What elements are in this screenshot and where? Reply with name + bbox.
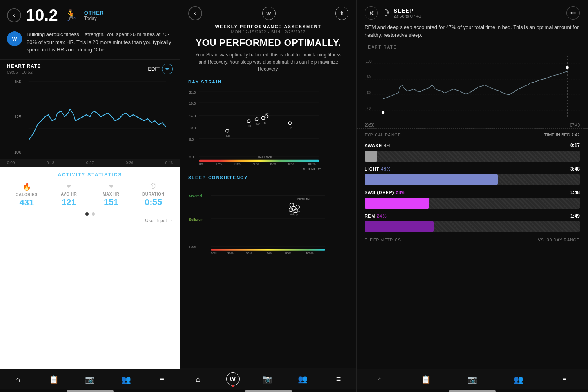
stats-title: ACTIVITY STATISTICS [7, 172, 173, 178]
nav-whoop-2[interactable]: W [226, 372, 240, 386]
svg-text:50%: 50% [246, 252, 252, 255]
light-bar-hatched [498, 174, 580, 185]
nav-home-1[interactable]: ⌂ [10, 373, 26, 386]
activity-score: 10.2 [26, 7, 58, 24]
svg-text:Poor: Poor [189, 245, 196, 249]
sleep-consistency-chart: Maximal Sufficient Poor 10% 30% 50% [180, 181, 356, 268]
weekly-title-section: WEEKLY PERFORMANCE ASSESSMENT MON 12/19/… [180, 24, 356, 76]
awake-bar-hatched [377, 151, 580, 162]
nav-menu-1[interactable]: ≡ [154, 373, 170, 386]
svg-text:70%: 70% [267, 252, 273, 255]
nav-people-1[interactable]: 👥 [118, 373, 134, 386]
light-pct: 49% [381, 167, 391, 171]
time-4: 0:46 [165, 161, 173, 165]
svg-text:Tu: Tu [296, 209, 300, 213]
nav-camera-3[interactable]: 📷 [464, 373, 480, 386]
sleep-chart-times: 23:58 07:40 [365, 122, 580, 128]
nav-home-3[interactable]: ⌂ [372, 373, 388, 386]
awake-stage: AWAKE 4% 0:17 [357, 140, 588, 163]
chart-end-time: 07:40 [570, 123, 580, 127]
time-1: 0:18 [47, 161, 54, 165]
nav-people-2[interactable]: 👥 [295, 373, 311, 385]
svg-point-60 [296, 205, 299, 209]
nav-clipboard-1[interactable]: 📋 [46, 373, 62, 386]
rem-bar-fill [365, 221, 434, 232]
svg-text:Tu: Tu [248, 124, 251, 128]
panel3-header: ✕ ☽ SLEEP 23:58 to 07:40 ••• [357, 0, 588, 24]
duration-value: 0:55 [134, 197, 173, 207]
bottom-nav-2: ⌂ W 📷 👥 ≡ [180, 368, 356, 389]
stats-grid: 🔥 CALORIES 431 ♥ AVG HR 121 ♥ MAX HR 151… [7, 182, 173, 208]
svg-text:Sufficient: Sufficient [189, 218, 203, 221]
avatar: W [7, 31, 22, 46]
awake-bar-fill [365, 151, 377, 162]
sleep-consistency-label: SLEEP CONSISTENCY [180, 172, 356, 181]
nav-people-3[interactable]: 👥 [510, 373, 526, 386]
svg-text:OPTIMAL: OPTIMAL [297, 198, 311, 201]
svg-text:30%: 30% [227, 252, 234, 255]
weekly-headline: YOU PERFORMED OPTIMALLY. [188, 37, 348, 48]
sleep-title: SLEEP [394, 7, 563, 14]
max-hr-icon: ♥ [92, 182, 131, 191]
activity-info: OTHER Today [84, 10, 104, 21]
svg-text:0%: 0% [199, 162, 204, 166]
svg-text:10%: 10% [211, 252, 217, 255]
calories-stat: 🔥 CALORIES 431 [7, 182, 46, 208]
svg-rect-44 [211, 249, 325, 251]
user-input[interactable]: User Input → [7, 218, 173, 223]
nav-home-2[interactable]: ⌂ [191, 373, 206, 385]
hr-title: HEART RATE [7, 64, 41, 69]
calories-label: CALORIES [7, 192, 46, 197]
home-indicator-2 [245, 390, 292, 392]
sws-pct: 23% [396, 190, 405, 195]
share-button[interactable]: ⬆ [335, 7, 348, 20]
svg-text:85%: 85% [285, 252, 291, 255]
time-3: 0:36 [126, 161, 133, 165]
sleep-hr-label: HEART RATE [365, 45, 580, 49]
back-button-2[interactable]: ‹ [188, 6, 202, 20]
bottom-nav-3: ⌂ 📋 📷 👥 ≡ [357, 369, 588, 389]
sleep-scroll-area[interactable]: REM and deep sleep accounted for 47% of … [357, 24, 588, 369]
hr-y-labels: 150 125 100 [14, 78, 21, 156]
svg-text:21.0: 21.0 [189, 91, 196, 94]
more-button[interactable]: ••• [566, 6, 580, 20]
nav-camera-1[interactable]: 📷 [82, 373, 98, 386]
rem-name: REM 24% [365, 214, 387, 218]
svg-text:14.0: 14.0 [189, 114, 196, 118]
svg-point-72 [382, 111, 384, 114]
day-strain-chart: 21.0 18.0 14.0 10.0 6.0 0.0 [180, 86, 356, 172]
edit-button[interactable]: EDIT ✏ [148, 64, 173, 74]
nav-menu-3[interactable]: ≡ [557, 373, 572, 386]
activity-date: Today [84, 16, 104, 21]
svg-point-28 [247, 120, 250, 123]
max-hr-stat: ♥ MAX HR 151 [92, 182, 131, 208]
close-button[interactable]: ✕ [365, 6, 378, 20]
svg-text:Fr: Fr [294, 213, 298, 217]
light-stage: LIGHT 49% 3:48 [357, 163, 588, 187]
back-button[interactable]: ‹ [7, 8, 21, 22]
light-bar-fill [365, 174, 498, 185]
nav-camera-2[interactable]: 📷 [260, 373, 275, 385]
nav-menu-2[interactable]: ≡ [331, 373, 347, 385]
panel2-bottom: ⌂ W 📷 👥 ≡ [180, 368, 356, 392]
awake-name: AWAKE 4% [365, 143, 391, 148]
carousel-dots [7, 212, 173, 216]
light-name: LIGHT 49% [365, 167, 391, 171]
rem-bar-track [365, 221, 580, 232]
sws-bar-fill [365, 198, 429, 209]
svg-text:Su: Su [265, 112, 269, 115]
weekly-desc: Your Strain was optimally balanced; this… [188, 51, 348, 73]
hr-title-block: HEART RATE 09:56 - 10:52 [7, 64, 41, 74]
avg-hr-stat: ♥ AVG HR 121 [49, 182, 89, 208]
svg-rect-16 [199, 160, 319, 162]
avg-hr-value: 121 [49, 197, 89, 207]
svg-point-32 [262, 116, 265, 120]
duration-stat: ⏱ DURATION 0:55 [134, 182, 173, 208]
hr-label-125: 125 [14, 114, 21, 119]
day-strain-label: DAY STRAIN [180, 76, 356, 86]
heart-rate-section: HEART RATE 09:56 - 10:52 EDIT ✏ 150 125 … [0, 59, 180, 158]
nav-clipboard-3[interactable]: 📋 [418, 373, 434, 386]
sws-bar-hatched [429, 198, 580, 209]
description-text: Building aerobic fitness + strength. You… [27, 31, 173, 54]
activity-type: OTHER [84, 10, 104, 16]
